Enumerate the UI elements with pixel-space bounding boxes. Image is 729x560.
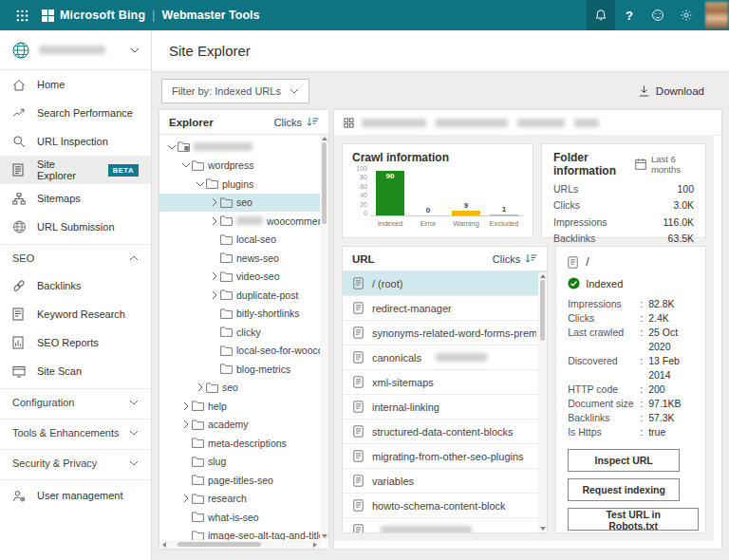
url-row-synonyms-related-word-forms-premium[interactable]: synonyms-related-word-forms-premium [343, 321, 547, 345]
waffle-icon[interactable] [9, 0, 34, 30]
tree-node-wordpress[interactable]: wordpress [159, 157, 328, 176]
scroll-up-arrow[interactable] [322, 137, 327, 140]
tree-node-what-is-seo[interactable]: what-is-seo [159, 508, 328, 527]
sidebar-item-url-inspection[interactable]: URL Inspection [0, 127, 151, 156]
tree-horizontal-scrollbar[interactable] [159, 540, 320, 549]
url-sort-button[interactable]: Clicks [493, 253, 537, 265]
url-vertical-scrollbar[interactable] [538, 272, 547, 532]
tree-node-seo[interactable]: seo [159, 194, 328, 213]
sidebar-item-site-scan[interactable]: Site Scan [0, 357, 151, 385]
sidebar-item-backlinks[interactable]: Backlinks [0, 271, 151, 300]
scrollbar-thumb[interactable] [178, 542, 261, 547]
sidebar-item-home[interactable]: Home [0, 70, 151, 99]
chevron-down-icon[interactable] [179, 162, 192, 168]
product-name[interactable]: Webmaster Tools [161, 9, 259, 22]
date-range-selector[interactable]: Last 6 months [635, 154, 694, 175]
bar-excluded[interactable]: 1 [490, 167, 518, 215]
chevron-right-icon[interactable] [179, 401, 192, 411]
detail-field-value: 57.3K [648, 411, 674, 425]
tree-node-local-seo[interactable]: local-seo [159, 231, 328, 250]
sidebar-section-seo[interactable]: SEO [0, 244, 151, 271]
chevron-right-icon[interactable] [208, 197, 220, 207]
tree-node-bitly-shortlinks[interactable]: bitly-shortlinks [159, 305, 328, 324]
tree-node-clicky[interactable]: clicky [159, 323, 328, 342]
scroll-up-arrow[interactable] [540, 274, 546, 278]
chevron-down-icon[interactable] [165, 144, 178, 150]
url-row-internal-linking[interactable]: internal-linking [343, 395, 547, 420]
url-row-redirect-manager[interactable]: redirect-manager [343, 296, 547, 321]
tree-node-local-seo-for-woocommer[interactable]: local-seo-for-woocommer [159, 342, 328, 361]
explorer-sort-button[interactable]: Clicks [274, 117, 319, 128]
tree-node-news-seo[interactable]: news-seo [159, 249, 328, 268]
chevron-right-icon[interactable] [208, 271, 220, 281]
url-row-structured-data-content-blocks[interactable]: structured-data-content-blocks [343, 420, 547, 444]
scroll-down-arrow[interactable] [540, 527, 546, 531]
scroll-down-arrow[interactable] [322, 534, 327, 538]
site-selector[interactable] [0, 30, 151, 70]
tree-node-research[interactable]: research [159, 490, 328, 509]
bar-warning[interactable]: 9 [452, 167, 480, 215]
url-row-migrating-from-other-seo-plugins[interactable]: migrating-from-other-seo-plugins [343, 444, 547, 469]
tree-node-root[interactable] [159, 138, 328, 157]
tree-vertical-scrollbar[interactable] [320, 135, 328, 540]
sidebar-item-user-management[interactable]: User management [0, 479, 151, 511]
tree-node-label: video-seo [236, 271, 280, 282]
settings-icon[interactable] [672, 0, 701, 30]
sidebar-item-seo-reports[interactable]: SEO Reports [0, 328, 151, 357]
filter-dropdown[interactable]: Filter by: Indexed URLs [161, 79, 309, 103]
page-icon [353, 401, 364, 413]
chevron-right-icon[interactable] [194, 383, 206, 392]
chevron-right-icon[interactable] [179, 494, 192, 503]
bar-category-label: Excluded [485, 219, 523, 228]
scrollbar-thumb[interactable] [322, 142, 327, 224]
index-status: Indexed [568, 277, 694, 289]
tree-node-duplicate-post[interactable]: duplicate-post [159, 286, 328, 305]
chart-y-axis: 100806040200 [352, 165, 371, 216]
url-row-xml-sitemaps[interactable]: xml-sitemaps [343, 370, 547, 395]
bar-error[interactable]: 0 [414, 167, 442, 215]
avatar[interactable] [704, 0, 729, 30]
notifications-icon[interactable] [587, 0, 615, 30]
tree-node-academy[interactable]: academy [159, 416, 328, 435]
tree-node-label: wordpress [208, 159, 253, 171]
metric-value: 116.0K [664, 216, 695, 228]
test-url-in-robots-txt-button[interactable]: Test URL in Robots.txt [568, 508, 699, 531]
sidebar-item-url-submission[interactable]: URL Submission [0, 213, 151, 241]
tree-node-woocommerce-seo[interactable]: woocommerce-seo [159, 212, 328, 231]
tree-node-slug[interactable]: slug [159, 453, 328, 472]
tree-node-page-titles-seo[interactable]: page-titles-seo [159, 471, 328, 490]
sidebar-section-tools-enhancements[interactable]: Tools & Enhancements [0, 419, 151, 446]
tree-node-seo[interactable]: seo [159, 379, 328, 398]
chevron-right-icon[interactable] [208, 216, 220, 226]
sidebar-item-keyword-research[interactable]: Keyword Research [0, 300, 151, 328]
sidebar-section-security-privacy[interactable]: Security & Privacy [0, 449, 151, 476]
feedback-icon[interactable] [644, 0, 672, 30]
sidebar-item-label: SEO Reports [37, 337, 99, 348]
tree-node-blog-metrics[interactable]: blog-metrics [159, 360, 328, 379]
url-row[interactable] [343, 518, 547, 532]
url-row-variables[interactable]: variables [343, 469, 547, 494]
download-button[interactable]: Download [639, 85, 704, 97]
help-icon[interactable]: ? [615, 0, 644, 30]
sidebar-item-site-explorer[interactable]: Site ExplorerBETA [0, 156, 151, 184]
scroll-right-arrow[interactable] [313, 542, 317, 548]
sidebar-item-search-performance[interactable]: Search Performance [0, 99, 151, 127]
bar-indexed[interactable]: 90 [376, 167, 404, 215]
tree-node-plugins[interactable]: plugins [159, 175, 328, 194]
request-indexing-button[interactable]: Request indexing [568, 478, 680, 501]
url-row-root[interactable]: / (root) [343, 271, 547, 296]
tree-node-meta-descriptions[interactable]: meta-descriptions [159, 434, 328, 453]
scroll-left-arrow[interactable] [162, 542, 166, 548]
tree-node-video-seo[interactable]: video-seo [159, 268, 328, 287]
scrollbar-thumb[interactable] [540, 280, 545, 341]
chevron-down-icon[interactable] [194, 181, 206, 187]
inspect-url-button[interactable]: Inspect URL [568, 449, 680, 472]
sidebar-section-configuration[interactable]: Configuration [0, 388, 151, 416]
chevron-right-icon[interactable] [179, 420, 192, 429]
tree-node-help[interactable]: help [159, 397, 328, 416]
sidebar-item-sitemaps[interactable]: Sitemaps [0, 184, 151, 213]
url-row-howto-schema-content-block[interactable]: howto-schema-content-block [343, 494, 547, 518]
url-row-canonicals[interactable]: canonicals [343, 345, 547, 370]
brand-name[interactable]: Microsoft Bing [60, 9, 145, 22]
chevron-right-icon[interactable] [208, 290, 220, 300]
